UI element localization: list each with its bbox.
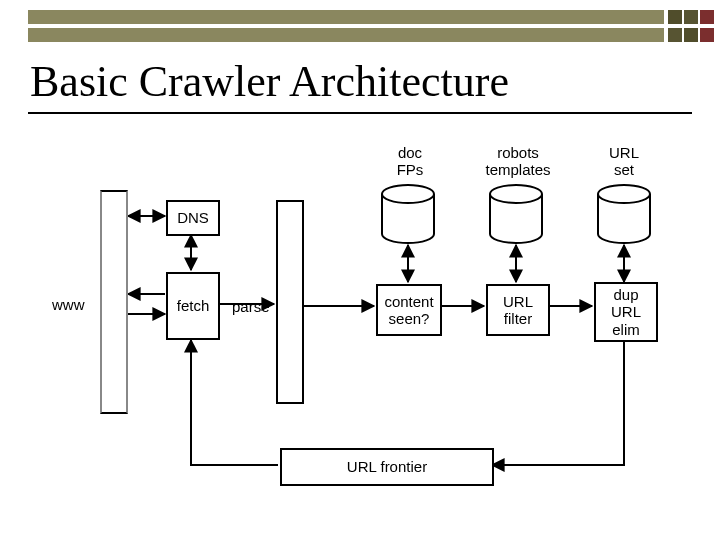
store-label-robots: robotstemplates bbox=[478, 144, 558, 178]
store-label-doc-fps: docFPs bbox=[390, 144, 430, 178]
label-www: www bbox=[52, 296, 85, 313]
cylinder-urlset bbox=[598, 185, 650, 243]
cylinder-robots bbox=[490, 185, 542, 243]
svg-point-2 bbox=[598, 185, 650, 203]
box-www bbox=[100, 190, 128, 414]
box-url-filter: URLfilter bbox=[486, 284, 550, 336]
label-parse: parse bbox=[232, 298, 270, 315]
box-dup-url-elim: dupURLelim bbox=[594, 282, 658, 342]
store-label-urlset: URLset bbox=[604, 144, 644, 178]
box-parse bbox=[276, 200, 304, 404]
slide: Basic Crawler Architecture bbox=[0, 0, 720, 540]
box-fetch: fetch bbox=[166, 272, 220, 340]
svg-point-0 bbox=[382, 185, 434, 203]
box-url-frontier: URL frontier bbox=[280, 448, 494, 486]
svg-point-1 bbox=[490, 185, 542, 203]
box-dns: DNS bbox=[166, 200, 220, 236]
cylinder-doc-fps bbox=[382, 185, 434, 243]
box-content-seen: contentseen? bbox=[376, 284, 442, 336]
